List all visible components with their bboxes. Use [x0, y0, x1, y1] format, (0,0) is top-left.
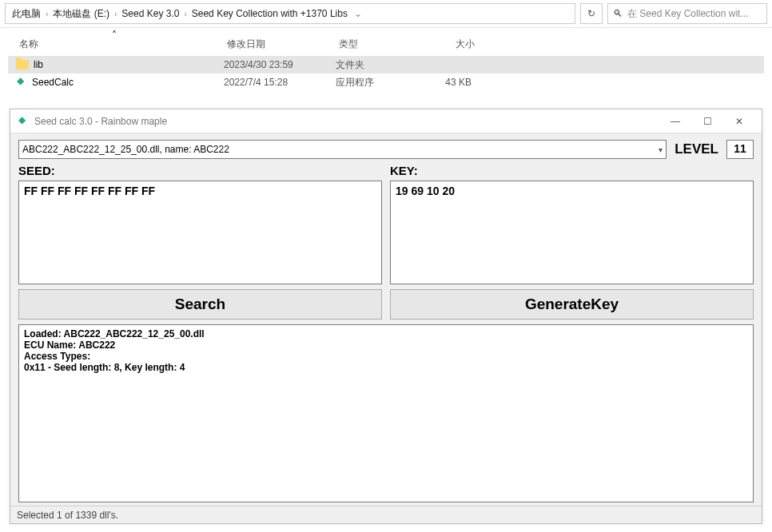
- log-output[interactable]: Loaded: ABC222_ABC222_12_25_00.dll ECU N…: [18, 324, 754, 502]
- app-title-icon: [17, 115, 30, 128]
- refresh-icon: ↻: [587, 8, 595, 19]
- search-button[interactable]: Search: [18, 289, 382, 320]
- sort-indicator-icon: ˄: [112, 30, 117, 41]
- breadcrumb[interactable]: 此电脑 › 本地磁盘 (E:) › Seed Key 3.0 › Seed Ke…: [5, 3, 575, 24]
- crumb-3[interactable]: Seed Key Collection with +1370 Libs: [190, 8, 349, 19]
- header-size[interactable]: 大小: [419, 38, 483, 51]
- file-row[interactable]: SeedCalc 2022/7/4 15:28 应用程序 43 KB: [8, 73, 764, 91]
- folder-icon: [16, 60, 29, 69]
- file-type: 应用程序: [336, 76, 416, 89]
- status-text: Selected 1 of 1339 dll's.: [17, 510, 118, 521]
- key-label: KEY:: [390, 164, 754, 177]
- file-list: ˄ 名称 修改日期 类型 大小 lib 2023/4/30 23:59 文件夹 …: [0, 28, 772, 91]
- crumb-2[interactable]: Seed Key 3.0: [120, 8, 181, 19]
- chevron-down-icon: ▾: [659, 145, 663, 154]
- explorer-toolbar: 此电脑 › 本地磁盘 (E:) › Seed Key 3.0 › Seed Ke…: [0, 0, 772, 28]
- app-icon: [16, 77, 27, 88]
- file-name: SeedCalc: [32, 77, 74, 88]
- chevron-right-icon: ›: [111, 10, 120, 18]
- header-name[interactable]: 名称: [11, 38, 227, 51]
- refresh-button[interactable]: ↻: [580, 3, 603, 24]
- explorer-search-input[interactable]: 🔍︎ 在 Seed Key Collection wit...: [607, 3, 767, 24]
- file-row[interactable]: lib 2023/4/30 23:59 文件夹: [8, 56, 764, 73]
- chevron-right-icon: ›: [42, 10, 51, 18]
- titlebar[interactable]: Seed calc 3.0 - Rainbow maple — ☐ ✕: [10, 109, 762, 133]
- file-date: 2023/4/30 23:59: [224, 59, 336, 70]
- chevron-right-icon: ›: [181, 10, 189, 18]
- crumb-0[interactable]: 此电脑: [10, 7, 42, 21]
- level-input[interactable]: 11: [726, 140, 754, 159]
- minimize-button[interactable]: —: [659, 109, 691, 133]
- window-title: Seed calc 3.0 - Rainbow maple: [34, 116, 659, 127]
- maximize-icon: ☐: [703, 116, 712, 127]
- generate-key-button[interactable]: GenerateKey: [390, 289, 754, 320]
- search-icon: 🔍︎: [613, 8, 623, 19]
- close-icon: ✕: [735, 116, 743, 127]
- seed-label: SEED:: [18, 164, 382, 177]
- crumb-1[interactable]: 本地磁盘 (E:): [51, 7, 111, 21]
- file-name: lib: [34, 59, 43, 70]
- seed-input[interactable]: [18, 181, 382, 284]
- search-placeholder: 在 Seed Key Collection wit...: [627, 7, 748, 21]
- file-size: 43 KB: [416, 77, 480, 88]
- header-type[interactable]: 类型: [339, 38, 419, 51]
- maximize-button[interactable]: ☐: [691, 109, 723, 133]
- minimize-icon: —: [671, 116, 680, 127]
- dll-selected-text: ABC222_ABC222_12_25_00.dll, name: ABC222: [22, 144, 229, 155]
- seed-calc-window: Seed calc 3.0 - Rainbow maple — ☐ ✕ ABC2…: [10, 109, 762, 524]
- dll-select[interactable]: ABC222_ABC222_12_25_00.dll, name: ABC222…: [18, 140, 667, 159]
- chevron-down-icon[interactable]: ⌄: [349, 8, 362, 19]
- file-list-header: 名称 修改日期 类型 大小: [8, 33, 764, 56]
- statusbar: Selected 1 of 1339 dll's.: [10, 506, 762, 523]
- header-date[interactable]: 修改日期: [227, 38, 339, 51]
- key-output[interactable]: [390, 181, 754, 284]
- close-button[interactable]: ✕: [723, 109, 755, 133]
- level-label: LEVEL: [675, 141, 718, 157]
- file-type: 文件夹: [336, 58, 416, 72]
- file-date: 2022/7/4 15:28: [224, 77, 336, 88]
